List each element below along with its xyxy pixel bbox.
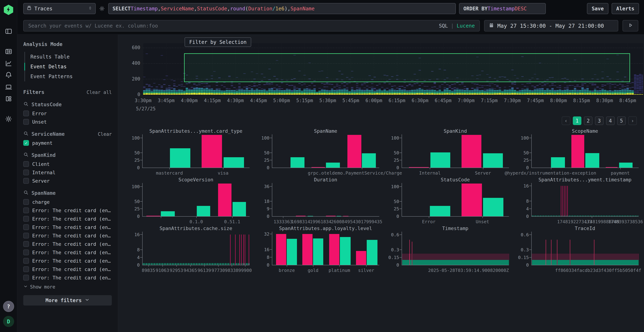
checkbox-unchecked[interactable] [23, 224, 29, 230]
page-button-2[interactable]: 2 [584, 116, 592, 125]
source-select[interactable]: Traces [23, 3, 96, 14]
filter-checkbox-row[interactable]: Error [23, 110, 112, 116]
filter-checkbox-row[interactable]: Error: The credit card (end… [23, 250, 112, 255]
filter-checkbox-row[interactable]: Error: The credit card (end… [23, 241, 112, 247]
bar-baseline [170, 148, 190, 168]
mini-chart-title: TraceId [531, 225, 639, 232]
analysis-mode-results-table[interactable]: Results Table [25, 52, 112, 62]
select-clause-input[interactable]: SELECT Timestamp,ServiceName,StatusCode,… [108, 3, 456, 14]
settings-gear-icon[interactable] [4, 115, 13, 123]
event-viewer-icon[interactable] [4, 47, 13, 56]
filter-checkbox-row[interactable]: Error: The credit card (end… [23, 266, 112, 272]
search-input[interactable]: Search your events w/ Lucene ex. column:… [23, 20, 480, 32]
mini-chart-statuscode[interactable]: StatusCode02550100ErrorUnset [384, 176, 514, 225]
page-button-3[interactable]: 3 [595, 116, 604, 125]
clear-all-filters-link[interactable]: Clear all [86, 90, 112, 95]
filter-checkbox-row[interactable]: Error: The credit card (end… [23, 216, 112, 222]
spike-line [557, 240, 558, 265]
mini-chart-spanname[interactable]: SpanName02550100grpc.oteldemo.PaymentSer… [255, 128, 384, 176]
page-next-button[interactable]: › [628, 116, 637, 125]
filter-checkbox-row[interactable]: Server [23, 178, 112, 184]
page-button-1[interactable]: 1 [573, 116, 582, 125]
mini-chart-title: Duration [272, 176, 379, 183]
mini-chart-spanattributes-yment-timestamp[interactable]: SpanAttributes...yment.timestamp04816174… [514, 176, 644, 225]
x-tick-mark [162, 265, 163, 267]
checkbox-unchecked[interactable] [23, 275, 29, 280]
y-tick-mark [140, 208, 142, 209]
heatmap-x-tick-label: 6:30pm [412, 98, 428, 103]
dashboards-icon[interactable] [4, 94, 13, 103]
alerts-bell-icon[interactable] [4, 71, 13, 80]
checkbox-unchecked[interactable] [23, 241, 29, 247]
show-more-link[interactable]: Show more [23, 284, 112, 290]
checkbox-unchecked[interactable] [23, 178, 29, 184]
bar-baseline [232, 202, 246, 216]
filter-checkbox-row[interactable]: Error: The credit card (end… [23, 224, 112, 230]
checkbox-unchecked[interactable] [23, 199, 29, 205]
heatmap-selection[interactable] [184, 53, 630, 82]
run-query-button[interactable] [622, 20, 638, 32]
save-button[interactable]: Save [587, 3, 608, 14]
client-sessions-icon[interactable] [4, 83, 13, 91]
x-tick-label: 2025-05-28T03:59:14.900820000Z [428, 268, 509, 273]
mini-chart-plot: 0918361333363169831419961834260084954301… [272, 183, 379, 216]
heatmap-date-label: 5/27/25 [136, 106, 156, 112]
sidebar-toggle-icon[interactable] [4, 27, 13, 36]
chart-explorer-icon[interactable] [4, 59, 13, 68]
filter-group-clear-link[interactable]: Clear [98, 132, 112, 137]
table-stack-icon [26, 5, 32, 12]
filter-checkbox-row[interactable]: Error: The credit card (end… [23, 233, 112, 238]
hyperdx-logo[interactable] [4, 5, 14, 15]
mini-chart-timestamp[interactable]: Timestamp00.150.30.62025-05-28T03:59:14.… [384, 225, 514, 274]
checkbox-unchecked[interactable] [23, 119, 29, 125]
user-avatar[interactable]: D [3, 316, 14, 327]
heatmap-plot[interactable]: Filter by Selection 5/27/25 02004006003:… [143, 43, 643, 95]
time-range-picker[interactable]: May 27 15:30:00 - May 27 21:00:00 [484, 20, 618, 32]
alerts-button[interactable]: Alerts [612, 3, 639, 14]
page-button-4[interactable]: 4 [606, 116, 615, 125]
filter-checkbox-row[interactable]: Unset [23, 119, 112, 125]
checkbox-unchecked[interactable] [23, 250, 29, 255]
order-by-input[interactable]: ORDER BY Timestamp DESC [459, 3, 546, 14]
source-settings-gear-icon[interactable] [99, 6, 105, 12]
mini-chart-spanattributes-yment-card-type[interactable]: SpanAttributes...yment.card_type02550100… [125, 128, 255, 176]
filter-checkbox-row[interactable]: charge [23, 199, 112, 205]
analysis-mode-event-patterns[interactable]: Event Patterns [25, 72, 112, 82]
lang-sql-toggle[interactable]: SQL [439, 23, 448, 29]
filter-by-selection-tooltip[interactable]: Filter by Selection [184, 38, 251, 47]
filter-checkbox-row[interactable]: Internal [23, 170, 112, 175]
filter-checkbox-row[interactable]: Error: The credit card (end… [23, 208, 112, 213]
mini-chart-scopename[interactable]: ScopeName02550100@hyperdx/instrumentatio… [514, 128, 644, 176]
filter-checkbox-row[interactable]: ✓payment [23, 140, 112, 146]
y-tick-mark [529, 201, 531, 201]
mini-chart-spanattributes-app-loyalty-level[interactable]: SpanAttributes.app.loyalty.level081632br… [255, 225, 384, 274]
mini-chart-spanattributes-cache-size[interactable]: SpanAttributes.cache.size048168983591063… [125, 225, 255, 274]
checkbox-unchecked[interactable] [23, 216, 29, 222]
checkbox-unchecked[interactable] [23, 170, 29, 175]
mini-chart-scopeversion[interactable]: ScopeVersion025501000.1.00.51.1 [125, 176, 255, 225]
checkbox-checked[interactable]: ✓ [23, 140, 29, 146]
filter-checkbox-row[interactable]: Client [23, 161, 112, 167]
lang-lucene-toggle[interactable]: Lucene [457, 23, 475, 29]
checkbox-unchecked[interactable] [23, 266, 29, 272]
y-tick-mark [529, 234, 531, 235]
more-filters-button[interactable]: More filters [23, 295, 112, 306]
checkbox-unchecked[interactable] [23, 208, 29, 213]
checkbox-unchecked[interactable] [23, 258, 29, 264]
checkbox-unchecked[interactable] [23, 161, 29, 167]
checkbox-unchecked[interactable] [23, 110, 29, 116]
mini-chart-duration[interactable]: Duration09183613333631698314199618342600… [255, 176, 384, 225]
help-button[interactable]: ? [3, 301, 14, 312]
mini-chart-spankind[interactable]: SpanKind02550100InternalServer [384, 128, 514, 176]
filter-group-spanname: SpanNamechargeError: The credit card (en… [23, 190, 112, 280]
page-button-5[interactable]: 5 [617, 116, 626, 125]
filter-checkbox-row[interactable]: Error: The credit card (end… [23, 258, 112, 264]
page-prev-button[interactable]: ‹ [562, 116, 570, 125]
heatmap-y-tick-label: 0 [128, 92, 140, 97]
filter-item-label: Error: The credit card (end… [32, 224, 112, 230]
checkbox-unchecked[interactable] [23, 233, 29, 238]
mini-chart-traceid[interactable]: TraceId00.150.30.6ff860334facdb23d3f430f… [514, 225, 644, 274]
search-placeholder: Search your events w/ Lucene ex. column:… [28, 23, 158, 29]
analysis-mode-event-deltas[interactable]: Event Deltas [25, 62, 112, 72]
filter-checkbox-row[interactable]: Error: The credit card (end… [23, 275, 112, 280]
